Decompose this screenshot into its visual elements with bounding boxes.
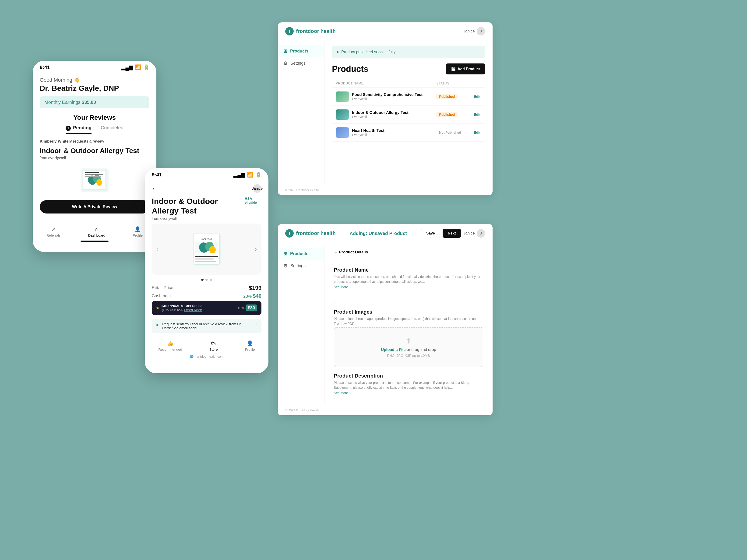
webapp-logo: f frontdoor health — [285, 27, 336, 35]
product-carousel: ‹ everlywell › — [152, 223, 261, 275]
tab-pending-label: Pending — [73, 125, 92, 130]
nav-referrals[interactable]: ↗ Referrals — [47, 226, 61, 237]
retail-price-row: Retail Price $199 — [152, 285, 261, 291]
upload-area[interactable]: ⬆ Upload a File or drag and drop PNG, JP… — [334, 327, 483, 367]
product-images-desc: Please upload three images (product imag… — [334, 316, 483, 326]
retail-label: Retail Price — [152, 285, 173, 290]
nav-profile[interactable]: 👤 Profile — [133, 226, 143, 237]
webapp-layout: ⊞ Products ⚙ Settings ● Product publishe… — [278, 41, 493, 185]
logo-circle-2: f — [285, 229, 294, 238]
product-image-svg — [74, 165, 115, 195]
sidebar2-products-label: Products — [290, 251, 308, 256]
carousel-left-arrow[interactable]: ‹ — [154, 244, 161, 255]
cashback-pct: 20% — [243, 294, 252, 299]
next-button[interactable]: Next — [443, 229, 461, 238]
logo-circle: f — [285, 27, 294, 35]
product-text-info: Heart Health Test Everlywell — [352, 128, 384, 137]
user-avatar: Janice — [253, 184, 261, 193]
products-page-title: Products — [332, 64, 368, 74]
product-brand: Everlywell — [352, 115, 409, 119]
dashboard-icon: ⌂ — [95, 226, 98, 232]
product-name-input[interactable] — [334, 292, 483, 303]
webapp-user-avatar: J — [477, 27, 485, 35]
webapp2-logo-text: frontdoor health — [296, 230, 336, 236]
product-images-label: Product Images — [334, 309, 483, 315]
product2-header-row: Indoor & Outdoor Allergy Test from everl… — [152, 196, 261, 221]
table-row: Heart Health Test Everlywell Not Publish… — [332, 124, 485, 142]
learn-more-link[interactable]: Learn More — [184, 308, 202, 312]
product-name-see-more[interactable]: See More — [334, 285, 483, 289]
tab-pending[interactable]: 1 Pending — [66, 125, 91, 134]
add-icon: 💾 — [451, 67, 456, 71]
product2-from: from everlywell — [152, 216, 244, 221]
product-desc-label: Product Description — [334, 373, 483, 379]
write-review-button[interactable]: Write A Private Review — [40, 200, 149, 213]
upload-or-text: or drag and drop — [407, 347, 436, 352]
nav-recommended[interactable]: 👍 Recommended — [158, 341, 182, 351]
webapp2-title-area: Adding: Unsaved Product — [350, 231, 407, 236]
success-icon: ● — [336, 50, 339, 54]
sidebar2-item-products[interactable]: ⊞ Products — [278, 247, 324, 260]
upload-file-link[interactable]: Upload a File — [381, 347, 406, 352]
edit-product-link[interactable]: Edit — [474, 130, 481, 134]
products-icon: ⊞ — [283, 48, 287, 54]
mobile-screen-product-detail: 9:41 ▂▄▆ 📶 🔋 ← Janice Indoor & Outdoor A… — [145, 168, 268, 373]
hsa-badge: HSA eligible — [244, 196, 261, 205]
upload-hint: PNG, JPG, GIF up to 10MB — [344, 353, 473, 357]
save-button[interactable]: Save — [421, 229, 440, 238]
product-name-desc: This will be visible to the consumer, an… — [334, 274, 483, 284]
nav-profile-2[interactable]: 👤 Profile — [245, 341, 255, 351]
webapp2-header: f frontdoor health Adding: Unsaved Produ… — [278, 224, 493, 243]
back-nav[interactable]: ← Product Details — [334, 250, 483, 255]
product-desc-desc: Please describe what your product is to … — [334, 380, 483, 390]
profile-icon: 👤 — [134, 226, 141, 232]
nav-store[interactable]: 🛍 Store — [209, 341, 218, 351]
home-indicator — [80, 241, 108, 242]
sidebar2-item-settings[interactable]: ⚙ Settings — [278, 260, 324, 272]
star-icon: ★ — [156, 305, 160, 311]
nav-dashboard[interactable]: ⌂ Dashboard — [88, 226, 105, 237]
membership-price-new: $80 — [246, 304, 257, 311]
col-actions — [470, 79, 485, 88]
webapp-logo-text: frontdoor health — [296, 28, 336, 34]
doctor-name: Dr. Beatriz Gayle, DNP — [40, 84, 149, 92]
webapp2-username: Janice — [463, 231, 475, 236]
send-icon: ➤ — [155, 322, 159, 328]
svg-rect-7 — [85, 174, 103, 175]
membership-desc: get 2x Cash back Learn More — [161, 308, 202, 312]
edit-product-link[interactable]: Edit — [474, 95, 481, 99]
product-brand: everlywell — [48, 156, 66, 160]
svg-rect-6 — [85, 172, 99, 173]
cashback-amount: $40 — [253, 293, 261, 299]
carousel-right-arrow[interactable]: › — [253, 244, 259, 255]
cashback-row: Cash back 20% $40 — [152, 293, 261, 299]
product-image — [40, 164, 149, 196]
mobile2-header: ← Janice — [145, 180, 268, 196]
nav-store-label: Store — [209, 347, 218, 351]
reviews-title: Your Reviews — [40, 114, 149, 121]
product-description-textarea[interactable] — [334, 398, 483, 405]
products-header: Products 💾 Add Product — [332, 63, 485, 75]
membership-price-old: 49% — [237, 306, 244, 310]
tab-completed[interactable]: Completed — [101, 125, 124, 134]
sidebar-item-products[interactable]: ⊞ Products — [278, 45, 324, 57]
earnings-banner: Monthly Earnings $35.00 — [40, 96, 149, 108]
toast-close-button[interactable]: ✕ — [254, 322, 258, 327]
battery-icon: 🔋 — [143, 64, 149, 71]
webapp2-sidebar: ⊞ Products ⚙ Settings — [278, 243, 325, 405]
edit-product-link[interactable]: Edit — [474, 112, 481, 116]
time-display-2: 9:41 — [152, 172, 162, 178]
product-brand: Everlywell — [352, 97, 422, 101]
add-product-button[interactable]: 💾 Add Product — [446, 63, 485, 75]
website-url-text: 🌐 — [189, 355, 195, 358]
sidebar-item-settings[interactable]: ⚙ Settings — [278, 57, 324, 69]
webapp-add-product: f frontdoor health Adding: Unsaved Produ… — [278, 224, 493, 415]
membership-title: $40 ANNUAL MEMBERSHIP — [161, 304, 202, 308]
back-button[interactable]: ← — [152, 185, 158, 192]
webapp2-logo: f frontdoor health — [285, 229, 336, 238]
table-row: Indoor & Outdoor Allergy Test Everlywell… — [332, 106, 485, 124]
col-product-name: PRODUCT NAME — [332, 79, 433, 88]
product-desc-see-more[interactable]: See More — [334, 391, 483, 395]
product-row-info: Food Sensitivity Comprehensive Test Ever… — [336, 91, 429, 102]
status-bar-2: 9:41 ▂▄▆ 📶 🔋 — [145, 168, 268, 180]
